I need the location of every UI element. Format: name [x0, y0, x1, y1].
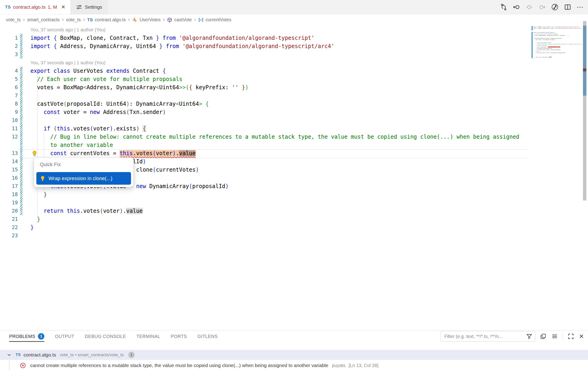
- lightbulb-icon[interactable]: [31, 150, 38, 157]
- tab-problem-decoration: 1, M: [48, 4, 57, 10]
- line-number: 18: [0, 190, 18, 199]
- line-number: 19: [0, 199, 18, 207]
- scrollbar-slider[interactable]: [583, 26, 586, 96]
- modified-gutter-indicator: [20, 50, 22, 59]
- line-number: 4: [0, 67, 18, 75]
- modified-gutter-indicator: [20, 174, 22, 182]
- breadcrumb-separator: ›: [23, 16, 25, 23]
- modified-gutter-indicator: [20, 92, 22, 100]
- tab-contract-algo-ts[interactable]: TS contract.algo.ts 1, M ✕: [0, 0, 71, 14]
- symbol-class-icon: [132, 17, 138, 23]
- line-number: 16: [0, 174, 18, 182]
- modified-gutter-indicator: [20, 83, 22, 92]
- divider: [563, 333, 563, 340]
- view-as-list-icon[interactable]: [551, 333, 558, 340]
- modified-gutter-indicator: [20, 34, 22, 42]
- settings-tab-label: Settings: [85, 4, 102, 10]
- code-line: 3: [0, 50, 533, 59]
- code-lines: You, 37 seconds ago | 1 author (You)1imp…: [0, 26, 533, 240]
- editor-toolbar: ⋯: [500, 0, 584, 14]
- breadcrumb-item[interactable]: vote_ts: [6, 17, 21, 22]
- blame-annotation[interactable]: You, 37 seconds ago | 1 author (You): [0, 26, 533, 34]
- line-number: 14: [0, 157, 18, 166]
- code-line: 23: [533, 61, 582, 62]
- open-changes-icon[interactable]: [500, 3, 508, 11]
- next-change-icon[interactable]: [538, 3, 546, 11]
- problems-error-row[interactable]: cannot create multiple references to a m…: [0, 360, 588, 371]
- problems-filter: [441, 331, 535, 342]
- tab-gitlens[interactable]: GITLENS: [198, 330, 218, 342]
- split-editor-icon[interactable]: [564, 3, 572, 11]
- problems-file-name: contract.algo.ts: [24, 352, 56, 358]
- code-line: 10: [0, 116, 533, 124]
- code-line: 22}: [0, 223, 533, 231]
- file-problems-count-badge: 1: [128, 352, 135, 358]
- tab-ports[interactable]: PORTS: [171, 330, 187, 342]
- line-number: 12: [0, 133, 18, 141]
- panel-tab-bar: PROBLEMS 1 OUTPUT DEBUG CONSOLE TERMINAL…: [9, 330, 218, 342]
- code-line: 13 const currentVotes = this.votes(voter…: [0, 149, 533, 157]
- code-line: 18 }: [0, 190, 533, 199]
- more-actions-icon[interactable]: ⋯: [576, 3, 584, 11]
- code-line: 4export class UserVotes extends Contract…: [0, 67, 533, 75]
- symbol-method-icon: [167, 17, 172, 23]
- close-panel-icon[interactable]: ✕: [579, 333, 584, 340]
- tab-output[interactable]: OUTPUT: [55, 330, 74, 342]
- panel-controls: ✕: [441, 330, 584, 342]
- tab-settings[interactable]: Settings: [71, 0, 107, 14]
- maximize-panel-icon[interactable]: [567, 333, 574, 340]
- symbol-variable-icon: [198, 17, 204, 23]
- line-number: 21: [0, 215, 18, 223]
- code-line: to another variable: [0, 141, 533, 149]
- problems-file-row[interactable]: TS contract.algo.ts vote_ts • smart_cont…: [0, 350, 588, 360]
- code-line: 1import { BoxMap, clone, Contract, Txn }…: [0, 34, 533, 42]
- chevron-down-icon[interactable]: [6, 352, 12, 358]
- run-graph-icon[interactable]: [551, 3, 559, 11]
- line-number: 2: [0, 42, 18, 50]
- code-line: 21 }: [0, 215, 533, 223]
- modified-gutter-indicator: [20, 166, 22, 174]
- filter-input[interactable]: [444, 334, 526, 339]
- line-number: 6: [0, 83, 18, 92]
- breadcrumb-item[interactable]: smart_contracts: [27, 17, 59, 22]
- quick-fix-action-wrap-in-clone[interactable]: Wrap expression in clone(...): [36, 172, 131, 185]
- modified-gutter-indicator: [20, 116, 22, 124]
- line-number: 11: [0, 124, 18, 133]
- code-line: 12 // Bug in line below: cannot create m…: [0, 133, 533, 141]
- breadcrumb-item-variable[interactable]: currentVotes: [205, 17, 231, 22]
- bottom-panel: PROBLEMS 1 OUTPUT DEBUG CONSOLE TERMINAL…: [0, 330, 588, 378]
- modified-gutter-indicator: [20, 124, 22, 133]
- minimap-modified-indicator: [532, 32, 533, 58]
- modified-gutter-indicator: [20, 108, 22, 116]
- modified-gutter-indicator: [20, 199, 22, 207]
- line-number: 15: [0, 166, 18, 174]
- breadcrumb-item-file[interactable]: contract.algo.ts: [95, 17, 126, 22]
- go-back-icon[interactable]: [512, 3, 520, 11]
- line-number: 20: [0, 207, 18, 215]
- line-number: 3: [0, 50, 18, 59]
- code-line: 19: [0, 199, 533, 207]
- modified-gutter-indicator: [20, 182, 22, 190]
- breadcrumb-item[interactable]: vote_ts: [66, 17, 81, 22]
- breadcrumb-item-class[interactable]: UserVotes: [140, 17, 161, 22]
- clear-filters-icon[interactable]: [540, 333, 547, 340]
- filter-funnel-icon[interactable]: [526, 333, 533, 340]
- tab-terminal[interactable]: TERMINAL: [137, 330, 160, 342]
- modified-gutter-indicator: [20, 75, 22, 83]
- line-number: 5: [0, 75, 18, 83]
- quick-fix-popup: Quick Fix Wrap expression in clone(...): [34, 157, 133, 187]
- tab-debug-console[interactable]: DEBUG CONSOLE: [85, 330, 126, 342]
- minimap[interactable]: You, 37 seconds ago | 1 author (You)1imp…: [533, 25, 582, 70]
- breadcrumb-item-method[interactable]: castVote: [174, 17, 192, 22]
- previous-change-icon[interactable]: [525, 3, 533, 11]
- tab-problems[interactable]: PROBLEMS 1: [9, 330, 44, 342]
- line-number: 10: [0, 116, 18, 124]
- modified-gutter-indicator: [20, 190, 22, 199]
- ts-file-icon: TS: [87, 17, 93, 22]
- line-number: 17: [0, 182, 18, 190]
- code-line: 5 // Each user can vote for multiple pro…: [0, 75, 533, 83]
- ts-file-icon: TS: [5, 5, 11, 10]
- blame-annotation[interactable]: You, 37 seconds ago | 1 author (You): [0, 59, 533, 67]
- close-tab-icon[interactable]: ✕: [61, 5, 65, 10]
- code-line: 9 const voter = new Address(Txn.sender): [0, 108, 533, 116]
